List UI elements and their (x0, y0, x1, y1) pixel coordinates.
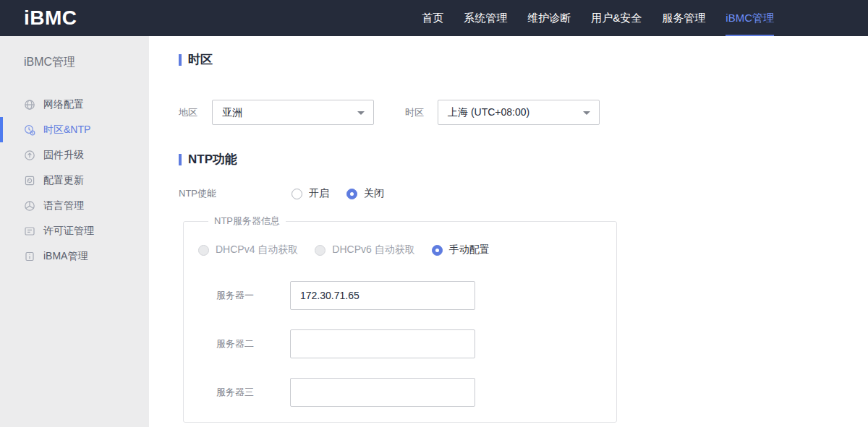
timezone-label: 时区 (405, 106, 438, 119)
server-three-input[interactable] (290, 378, 475, 407)
sidebar-item-network-config[interactable]: 网络配置 (0, 92, 149, 117)
radio-unchecked-icon (292, 189, 302, 199)
radio-checked-icon (346, 189, 357, 199)
server-two-input[interactable] (290, 329, 475, 358)
ntp-enable-off-radio[interactable]: 关闭 (346, 187, 384, 200)
sidebar-item-license[interactable]: 许可证管理 (0, 218, 149, 243)
nav-item-user-security[interactable]: 用户&安全 (591, 0, 642, 36)
section-accent-bar (179, 54, 182, 66)
nav-item-ibmc-settings[interactable]: iBMC管理 (726, 0, 774, 36)
server-two-label: 服务器二 (216, 337, 290, 350)
radio-disabled-icon (198, 245, 209, 256)
sidebar-item-firmware-upgrade[interactable]: 固件升级 (0, 142, 149, 168)
section-accent-bar (179, 154, 182, 165)
chevron-down-icon (357, 111, 365, 115)
radio-disabled-icon (315, 245, 326, 256)
radio-checked-icon (432, 245, 443, 256)
timezone-select-value: 上海 (UTC+08:00) (448, 106, 529, 119)
nav-item-maintenance[interactable]: 维护诊断 (527, 0, 571, 36)
timezone-section-title: 时区 (188, 51, 213, 68)
server-one-row: 服务器一 (198, 281, 616, 310)
region-select[interactable]: 亚洲 (212, 100, 374, 125)
sidebar-item-config-update[interactable]: 配置更新 (0, 168, 149, 193)
top-menu: 首页 系统管理 维护诊断 用户&安全 服务管理 iBMC管理 (401, 0, 774, 36)
timezone-icon (24, 124, 35, 136)
network-icon (24, 99, 35, 111)
nav-item-system[interactable]: 系统管理 (464, 0, 507, 36)
radio-label: 手动配置 (449, 243, 490, 256)
sidebar-item-label: 许可证管理 (43, 225, 94, 238)
firmware-upgrade-icon (24, 150, 35, 161)
ntp-server-legend: NTP服务器信息 (208, 215, 286, 228)
timezone-section-header: 时区 (179, 51, 868, 68)
sidebar-menu: 网络配置 时区&NTP 固件升级 (0, 92, 149, 269)
sidebar-item-timezone-ntp[interactable]: 时区&NTP (0, 117, 149, 142)
ntp-section-header: NTP功能 (179, 151, 868, 168)
nav-item-services[interactable]: 服务管理 (662, 0, 705, 36)
manual-config-radio[interactable]: 手动配置 (432, 243, 490, 256)
nav-item-home[interactable]: 首页 (422, 0, 443, 36)
main-content: 时区 地区 亚洲 时区 上海 (UTC+08:00) NTP功能 NTP使能 开… (149, 36, 868, 427)
radio-label: 关闭 (364, 187, 384, 200)
ntp-section-title: NTP功能 (188, 151, 237, 168)
radio-label: 开启 (309, 187, 329, 200)
sidebar-item-label: iBMA管理 (43, 250, 88, 263)
ibma-icon (24, 251, 35, 262)
region-label: 地区 (179, 106, 212, 119)
radio-label: DHCPv6 自动获取 (332, 243, 414, 256)
sidebar: iBMC管理 网络配置 时区&NTP (0, 36, 149, 427)
region-select-value: 亚洲 (222, 106, 242, 119)
config-update-icon (24, 175, 35, 186)
sidebar-item-label: 语言管理 (43, 199, 84, 212)
top-navbar: iBMC 首页 系统管理 维护诊断 用户&安全 服务管理 iBMC管理 (0, 0, 868, 36)
ntp-server-mode-row: DHCPv4 自动获取 DHCPv6 自动获取 手动配置 (198, 243, 616, 256)
sidebar-item-label: 网络配置 (43, 98, 84, 111)
timezone-form-row: 地区 亚洲 时区 上海 (UTC+08:00) (179, 100, 868, 125)
page: iBMC 首页 系统管理 维护诊断 用户&安全 服务管理 iBMC管理 iBMC… (0, 0, 868, 427)
radio-label: DHCPv4 自动获取 (216, 243, 298, 256)
server-two-row: 服务器二 (198, 329, 616, 358)
language-icon (24, 200, 35, 212)
sidebar-item-label: 配置更新 (43, 174, 84, 187)
sidebar-title: iBMC管理 (0, 36, 149, 70)
dhcpv6-auto-radio[interactable]: DHCPv6 自动获取 (315, 243, 414, 256)
server-one-input[interactable] (290, 281, 475, 310)
sidebar-item-label: 时区&NTP (43, 124, 90, 137)
server-three-row: 服务器三 (198, 378, 616, 407)
ntp-enable-label: NTP使能 (179, 187, 292, 200)
server-three-label: 服务器三 (216, 386, 290, 399)
sidebar-item-language[interactable]: 语言管理 (0, 193, 149, 218)
sidebar-item-ibma[interactable]: iBMA管理 (0, 243, 149, 269)
sidebar-item-label: 固件升级 (43, 149, 84, 162)
ntp-server-fieldset: NTP服务器信息 DHCPv4 自动获取 DHCPv6 自动获取 手动配置 服务… (183, 215, 617, 423)
dhcpv4-auto-radio[interactable]: DHCPv4 自动获取 (198, 243, 298, 256)
timezone-select[interactable]: 上海 (UTC+08:00) (438, 100, 600, 125)
license-icon (24, 225, 35, 237)
chevron-down-icon (583, 111, 590, 115)
ibmc-logo: iBMC (24, 8, 77, 28)
ntp-enable-on-radio[interactable]: 开启 (292, 187, 329, 200)
ntp-enable-row: NTP使能 开启 关闭 (179, 187, 868, 200)
server-one-label: 服务器一 (216, 289, 290, 302)
